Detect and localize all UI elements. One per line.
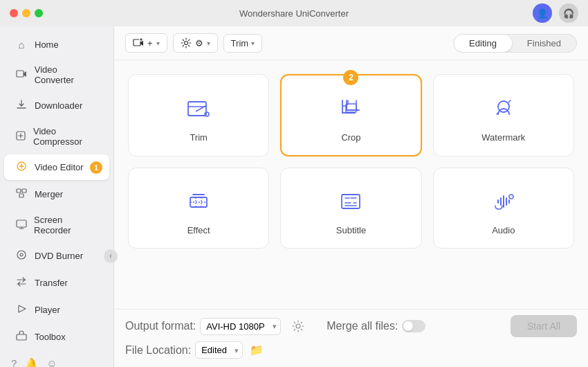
crop-badge: 2: [343, 70, 358, 85]
grid-item-trim[interactable]: Trim: [128, 74, 269, 156]
sidebar-item-video-editor[interactable]: Video Editor 1: [4, 154, 109, 180]
output-format-field: Output format: AVI-HD 1080P: [125, 318, 281, 335]
svg-rect-15: [346, 104, 356, 112]
file-location-label: File Location:: [125, 344, 191, 357]
svg-point-14: [205, 112, 209, 116]
sidebar: ⌂ Home Video Converter Downloader Video …: [0, 26, 114, 367]
user-icon[interactable]: 👤: [533, 3, 552, 23]
bottom-row-2: File Location: Edited 📁: [125, 341, 577, 359]
tab-switcher: Editing Finished: [453, 34, 577, 53]
svg-point-12: [184, 42, 187, 45]
watermark-label: Watermark: [481, 132, 525, 143]
sidebar-item-transfer[interactable]: Transfer: [4, 270, 109, 296]
sidebar-footer: ? 🔔 ☺: [0, 350, 113, 367]
video-converter-icon: [15, 69, 28, 82]
crop-icon: [337, 95, 365, 125]
maximize-button[interactable]: [35, 9, 43, 17]
minimize-button[interactable]: [22, 9, 30, 17]
tab-editing[interactable]: Editing: [454, 35, 512, 52]
titlebar-icons: 👤 🎧: [533, 3, 578, 23]
toolbox-icon: [15, 330, 28, 343]
home-icon: ⌂: [15, 39, 28, 51]
svg-rect-6: [17, 220, 26, 227]
screen-recorder-icon: [15, 219, 27, 232]
add-media-button[interactable]: + ▾: [125, 33, 167, 53]
dvd-burner-icon: [15, 249, 28, 262]
subtitle-label: Subtitle: [336, 225, 366, 235]
grid-item-crop[interactable]: 2 Crop: [280, 74, 421, 156]
folder-icon[interactable]: 📁: [250, 343, 264, 357]
audio-icon: [490, 188, 517, 218]
subtitle-icon: [337, 188, 365, 218]
audio-label: Audio: [492, 225, 515, 235]
bottom-bar: Output format: AVI-HD 1080P Merge all fi…: [114, 309, 588, 367]
output-format-settings[interactable]: [292, 320, 304, 332]
file-location-select-wrapper[interactable]: Edited: [195, 341, 243, 359]
svg-rect-0: [17, 71, 24, 77]
transfer-icon: [15, 276, 28, 289]
grid-item-effect[interactable]: Effect: [128, 168, 269, 249]
settings-button[interactable]: ⚙ ▾: [173, 33, 218, 53]
close-button[interactable]: [10, 9, 18, 17]
file-location-field: File Location: Edited 📁: [125, 341, 264, 359]
sidebar-label-video-compressor: Video Compressor: [33, 126, 98, 147]
app-title: Wondershare UniConverter: [239, 8, 349, 19]
sidebar-item-merger[interactable]: Merger: [4, 181, 109, 207]
window-controls[interactable]: [10, 9, 43, 17]
toolbar: + ▾ ⚙ ▾ Trim ▾ Editing Finished: [114, 26, 588, 60]
svg-point-20: [296, 324, 300, 328]
sidebar-label-downloader: Downloader: [35, 100, 82, 111]
main-layout: ⌂ Home Video Converter Downloader Video …: [0, 26, 588, 367]
svg-rect-4: [22, 189, 26, 193]
svg-rect-5: [19, 194, 24, 197]
sidebar-item-video-compressor[interactable]: Video Compressor: [4, 120, 109, 153]
start-all-button[interactable]: Start All: [511, 315, 577, 337]
video-compressor-icon: [15, 130, 26, 143]
feedback-icon[interactable]: ☺: [46, 357, 57, 367]
output-format-select[interactable]: AVI-HD 1080P: [200, 318, 281, 335]
trim-label: Trim: [190, 132, 208, 143]
sidebar-item-downloader[interactable]: Downloader: [4, 93, 109, 118]
effect-label: Effect: [187, 225, 210, 235]
sidebar-item-screen-recorder[interactable]: Screen Recorder: [4, 208, 109, 242]
sidebar-collapse-icon[interactable]: ‹: [104, 249, 118, 263]
svg-rect-13: [188, 102, 206, 116]
merge-toggle[interactable]: [402, 320, 425, 332]
merge-label: Merge all files:: [327, 320, 398, 332]
svg-rect-18: [342, 195, 360, 208]
svg-point-8: [20, 253, 23, 256]
content-area: + ▾ ⚙ ▾ Trim ▾ Editing Finished: [114, 26, 588, 367]
merger-icon: [15, 188, 28, 201]
svg-point-7: [17, 251, 26, 259]
sidebar-label-toolbox: Toolbox: [35, 332, 66, 342]
sidebar-label-home: Home: [35, 39, 59, 50]
sidebar-item-toolbox[interactable]: Toolbox: [4, 324, 109, 350]
sidebar-label-dvd-burner: DVD Burner: [35, 251, 83, 261]
editor-tools-grid: Trim 2 Crop: [128, 74, 574, 249]
help-icon[interactable]: ?: [11, 357, 17, 367]
downloader-icon: [15, 99, 28, 112]
grid-item-audio[interactable]: Audio: [433, 168, 574, 249]
svg-point-19: [509, 195, 513, 199]
crop-label: Crop: [341, 132, 360, 143]
trim-dropdown[interactable]: Trim ▾: [223, 34, 263, 53]
sidebar-item-player[interactable]: Player: [4, 297, 109, 323]
sidebar-label-transfer: Transfer: [35, 278, 68, 288]
trim-icon: [185, 95, 212, 125]
player-icon: [15, 303, 28, 316]
support-icon[interactable]: 🎧: [559, 3, 578, 23]
output-format-select-wrapper[interactable]: AVI-HD 1080P: [200, 318, 281, 335]
bell-icon[interactable]: 🔔: [25, 357, 38, 367]
titlebar: Wondershare UniConverter 👤 🎧: [0, 0, 588, 26]
sidebar-item-home[interactable]: ⌂ Home: [4, 33, 109, 57]
output-format-label: Output format:: [125, 320, 196, 332]
tab-finished[interactable]: Finished: [512, 35, 576, 52]
sidebar-item-video-converter[interactable]: Video Converter: [4, 58, 109, 91]
watermark-icon: [490, 95, 517, 125]
grid-item-watermark[interactable]: Watermark: [433, 74, 574, 156]
grid-item-subtitle[interactable]: Subtitle: [280, 168, 421, 249]
sidebar-item-dvd-burner[interactable]: DVD Burner ‹: [4, 243, 109, 269]
file-location-select[interactable]: Edited: [195, 341, 243, 359]
svg-rect-9: [17, 334, 26, 340]
bottom-row-1: Output format: AVI-HD 1080P Merge all fi…: [125, 315, 577, 337]
